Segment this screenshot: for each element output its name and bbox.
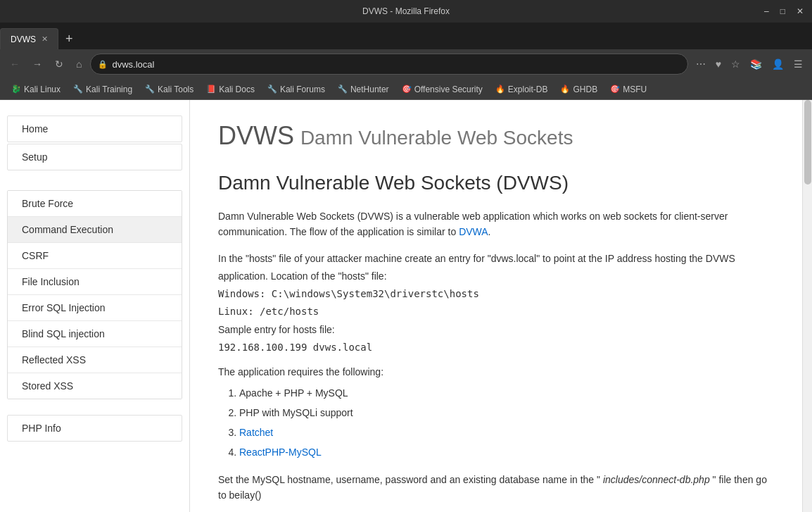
mysql-note: Set the MySQL hostname, username, passwo… bbox=[218, 472, 774, 504]
lock-icon: 🔒 bbox=[98, 60, 108, 69]
menu-button[interactable]: ☰ bbox=[790, 56, 806, 73]
sync-icon[interactable]: 👤 bbox=[768, 56, 787, 73]
bookmark-label-kali-docs: Kali Docs bbox=[219, 85, 255, 94]
scroll-track[interactable] bbox=[802, 100, 812, 512]
url-display: dvws.local bbox=[112, 59, 680, 70]
requirement-req2: PHP with MySQLi support bbox=[239, 403, 774, 423]
sidebar-item-setup[interactable]: Setup bbox=[7, 144, 182, 170]
bookmark-kali-tools[interactable]: 🔧Kali Tools bbox=[139, 83, 199, 96]
close-button[interactable]: ✕ bbox=[794, 5, 806, 18]
bookmark-label-offensive-security: Offensive Security bbox=[414, 85, 483, 94]
bookmark-msfu[interactable]: 🎯MSFU bbox=[604, 83, 652, 96]
bookmark-nethunter[interactable]: 🔧NetHunter bbox=[332, 83, 395, 96]
bookmark-kali-docs[interactable]: 📕Kali Docs bbox=[201, 83, 260, 96]
window-controls: – □ ✕ bbox=[761, 5, 806, 18]
sidebar-top-section: HomeSetup bbox=[0, 115, 189, 170]
hosts-intro-text: In the "hosts" file of your attacker mac… bbox=[218, 250, 774, 285]
maximize-button[interactable]: □ bbox=[778, 5, 788, 18]
sidebar: HomeSetup Brute ForceCommand ExecutionCS… bbox=[0, 100, 190, 512]
sidebar-item-brute-force[interactable]: Brute Force bbox=[8, 191, 182, 217]
sidebar-vulnerability-group: Brute ForceCommand ExecutionCSRFFile Inc… bbox=[7, 190, 182, 399]
bookmark-icon-msfu: 🎯 bbox=[610, 85, 620, 94]
sidebar-item-error-sql-injection[interactable]: Error SQL Injection bbox=[8, 295, 182, 321]
bookmark-label-msfu: MSFU bbox=[623, 85, 647, 94]
bookmark-icon-exploit-db: 🔥 bbox=[495, 85, 505, 94]
bookmark-label-kali-tools: Kali Tools bbox=[158, 85, 194, 94]
page-header: DVWS Damn Vulnerable Web Sockets bbox=[218, 121, 774, 151]
description-paragraph: Damn Vulnerable Web Sockets (DVWS) is a … bbox=[218, 208, 774, 240]
bookmark-label-exploit-db: Exploit-DB bbox=[508, 85, 548, 94]
bookmark-icon-kali-forums: 🔧 bbox=[267, 85, 277, 94]
requirements-intro: The application requires the following: bbox=[218, 366, 774, 377]
linux-path: Linux: /etc/hosts bbox=[218, 303, 774, 320]
forward-button[interactable]: → bbox=[28, 56, 46, 73]
more-button[interactable]: ⋯ bbox=[692, 56, 709, 73]
sidebar-item-csrf[interactable]: CSRF bbox=[8, 243, 182, 269]
sidebar-item-stored-xss[interactable]: Stored XSS bbox=[8, 373, 182, 399]
requirement-link-req3[interactable]: Ratchet bbox=[239, 427, 273, 438]
title-bar: DVWS - Mozilla Firefox – □ ✕ bbox=[0, 0, 812, 23]
sample-entry-label: Sample entry for hosts file: bbox=[218, 321, 774, 339]
mysql-note-filename: includes/connect-db.php bbox=[603, 474, 710, 485]
pocket-icon[interactable]: ♥ bbox=[712, 56, 725, 73]
dvwa-link[interactable]: DVWA bbox=[459, 226, 488, 237]
tab-bar: DVWS ✕ + bbox=[0, 23, 812, 49]
bookmark-offensive-security[interactable]: 🎯Offensive Security bbox=[396, 83, 488, 96]
nav-actions: ⋯ ♥ ☆ 📚 👤 ☰ bbox=[692, 56, 806, 73]
bookmark-kali-linux[interactable]: 🐉Kali Linux bbox=[6, 83, 66, 96]
bookmark-icon-ghdb: 🔥 bbox=[560, 85, 570, 94]
requirement-req3: Ratchet bbox=[239, 423, 774, 442]
collections-icon[interactable]: 📚 bbox=[747, 56, 766, 73]
tab-close-icon[interactable]: ✕ bbox=[42, 35, 48, 44]
sidebar-item-blind-sql-injection[interactable]: Blind SQL injection bbox=[8, 321, 182, 347]
sidebar-bottom-section: PHP Info bbox=[0, 415, 189, 442]
bookmark-label-kali-forums: Kali Forums bbox=[280, 85, 325, 94]
browser-title: DVWS - Mozilla Firefox bbox=[362, 6, 450, 16]
sidebar-item-file-inclusion[interactable]: File Inclusion bbox=[8, 269, 182, 295]
bookmark-label-kali-training: Kali Training bbox=[86, 85, 132, 94]
sidebar-item-home[interactable]: Home bbox=[7, 115, 182, 142]
main-content: DVWS Damn Vulnerable Web Sockets Damn Vu… bbox=[190, 100, 802, 512]
bookmark-label-ghdb: GHDB bbox=[573, 85, 597, 94]
bookmark-icon-nethunter: 🔧 bbox=[338, 85, 348, 94]
bookmark-icon-kali-tools: 🔧 bbox=[145, 85, 155, 94]
bookmarks-bar: 🐉Kali Linux🔧Kali Training🔧Kali Tools📕Kal… bbox=[0, 79, 812, 100]
address-bar[interactable]: 🔒 dvws.local bbox=[90, 54, 687, 75]
active-tab[interactable]: DVWS ✕ bbox=[0, 28, 58, 49]
new-tab-button[interactable]: + bbox=[58, 28, 80, 49]
requirements-list: Apache + PHP + MySQLPHP with MySQLi supp… bbox=[239, 383, 774, 462]
bookmark-icon-kali-docs: 📕 bbox=[206, 85, 216, 94]
sample-entry-value: 192.168.100.199 dvws.local bbox=[218, 339, 774, 356]
sidebar-item-php-info[interactable]: PHP Info bbox=[7, 415, 182, 442]
mysql-note-text: Set the MySQL hostname, username, passwo… bbox=[218, 474, 600, 485]
sidebar-item-command-execution[interactable]: Command Execution bbox=[8, 217, 182, 243]
bookmark-icon-kali-linux: 🐉 bbox=[11, 85, 21, 94]
minimize-button[interactable]: – bbox=[761, 5, 772, 18]
page-subtitle: Damn Vulnerable Web Sockets bbox=[300, 127, 573, 149]
page-brand: DVWS bbox=[218, 121, 294, 150]
requirement-link-req4[interactable]: ReactPHP-MySQL bbox=[239, 447, 322, 458]
nav-bar: ← → ↻ ⌂ 🔒 dvws.local ⋯ ♥ ☆ 📚 👤 ☰ bbox=[0, 49, 812, 79]
bookmark-icon-kali-training: 🔧 bbox=[73, 85, 83, 94]
hosts-info-block: In the "hosts" file of your attacker mac… bbox=[218, 250, 774, 356]
windows-path: Windows: C:\windows\System32\driverstc\h… bbox=[218, 285, 774, 303]
reload-button[interactable]: ↻ bbox=[51, 56, 68, 73]
requirement-req4: ReactPHP-MySQL bbox=[239, 442, 774, 462]
section-heading: Damn Vulnerable Web Sockets (DVWS) bbox=[218, 172, 774, 194]
bookmark-exploit-db[interactable]: 🔥Exploit-DB bbox=[490, 83, 554, 96]
bookmark-kali-training[interactable]: 🔧Kali Training bbox=[68, 83, 138, 96]
star-icon[interactable]: ☆ bbox=[728, 56, 744, 73]
bookmark-kali-forums[interactable]: 🔧Kali Forums bbox=[262, 83, 331, 96]
bookmark-icon-offensive-security: 🎯 bbox=[402, 85, 412, 94]
scroll-thumb[interactable] bbox=[804, 100, 811, 185]
page-area: HomeSetup Brute ForceCommand ExecutionCS… bbox=[0, 100, 812, 512]
tab-label: DVWS bbox=[11, 35, 36, 44]
bookmark-ghdb[interactable]: 🔥GHDB bbox=[554, 83, 603, 96]
requirement-req1: Apache + PHP + MySQL bbox=[239, 383, 774, 403]
home-button[interactable]: ⌂ bbox=[72, 56, 86, 73]
bookmark-label-nethunter: NetHunter bbox=[350, 85, 389, 94]
bookmark-label-kali-linux: Kali Linux bbox=[24, 85, 61, 94]
back-button[interactable]: ← bbox=[6, 56, 24, 73]
sidebar-item-reflected-xss[interactable]: Reflected XSS bbox=[8, 347, 182, 373]
